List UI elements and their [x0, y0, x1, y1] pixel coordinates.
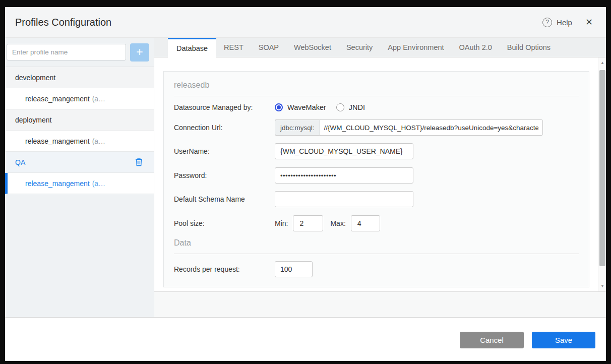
- pool-min-input[interactable]: [293, 215, 323, 231]
- scrollbar-thumb[interactable]: [599, 70, 605, 266]
- tab-soap[interactable]: SOAP: [251, 38, 286, 57]
- profile-item-label: release_mangement: [25, 179, 90, 188]
- help-icon: ?: [542, 18, 552, 27]
- profile-item-qa-release[interactable]: release_mangement (a…: [5, 173, 154, 194]
- pool-min-label: Min:: [275, 219, 288, 227]
- schema-label: Default Schema Name: [174, 195, 275, 203]
- save-button[interactable]: Save: [532, 332, 595, 348]
- tab-oauth[interactable]: OAuth 2.0: [452, 38, 500, 57]
- radio-jndi-label: JNDI: [349, 103, 365, 111]
- main-area: Database REST SOAP WebSocket Security Ap…: [154, 38, 606, 317]
- profile-item-development-release[interactable]: release_mangement (a…: [5, 88, 154, 109]
- username-row: UserName:: [174, 143, 579, 159]
- profile-name-input[interactable]: [7, 44, 126, 60]
- tab-database[interactable]: Database: [168, 38, 216, 57]
- radio-option-jndi[interactable]: JNDI: [336, 103, 365, 111]
- dialog-body: + development release_mangement (a… depl…: [5, 38, 606, 318]
- profile-item-label: release_mangement: [25, 95, 90, 103]
- radio-wavemaker-icon: [275, 103, 283, 111]
- profile-group-label: deployment: [15, 116, 51, 124]
- profiles-configuration-dialog: Profiles Configuration ? Help ✕ +: [5, 7, 606, 361]
- password-input[interactable]: [275, 167, 413, 184]
- profile-group-deployment[interactable]: deployment: [5, 109, 154, 131]
- tab-rest[interactable]: REST: [216, 38, 251, 57]
- tab-websocket[interactable]: WebSocket: [286, 38, 339, 57]
- add-profile-button[interactable]: +: [130, 43, 149, 62]
- profile-item-suffix: (a…: [92, 95, 105, 103]
- schema-row: Default Schema Name: [174, 191, 579, 207]
- password-label: Password:: [174, 171, 275, 179]
- pool-size-row: Pool size: Min: Max:: [174, 215, 579, 231]
- records-row: Records per request:: [174, 261, 579, 277]
- header-actions: ? Help ✕: [542, 18, 593, 27]
- section-divider: [174, 96, 579, 96]
- tab-security[interactable]: Security: [339, 38, 380, 57]
- radio-wavemaker-label: WaveMaker: [287, 103, 326, 111]
- content-scrollbar[interactable]: ▲ ▼: [598, 57, 606, 291]
- profile-group-label: development: [15, 74, 55, 82]
- datasource-label: Datasource Managed by:: [174, 103, 275, 111]
- profile-group-qa[interactable]: QA: [5, 152, 154, 173]
- dialog-title: Profiles Configuration: [15, 17, 542, 28]
- pool-max-input[interactable]: [351, 215, 380, 231]
- database-form-panel: releasedb Datasource Managed by: WaveMak…: [163, 71, 589, 287]
- dialog-header: Profiles Configuration ? Help ✕: [5, 7, 606, 38]
- help-label: Help: [557, 18, 572, 27]
- schema-input[interactable]: [275, 191, 413, 207]
- profile-group-development[interactable]: development: [5, 67, 154, 88]
- delete-profile-icon[interactable]: [135, 158, 143, 166]
- profile-group-label: QA: [15, 158, 25, 166]
- profile-item-suffix: (a…: [92, 137, 105, 145]
- profile-item-deployment-release[interactable]: release_mangement (a…: [5, 131, 154, 152]
- scroll-up-icon[interactable]: ▲: [598, 60, 606, 65]
- profiles-list: development release_mangement (a… deploy…: [5, 67, 154, 194]
- records-input[interactable]: [275, 261, 313, 277]
- config-tabbar: Database REST SOAP WebSocket Security Ap…: [154, 38, 606, 57]
- dialog-footer: Cancel Save: [5, 318, 606, 361]
- profile-item-suffix: (a…: [92, 179, 105, 188]
- datasource-row: Datasource Managed by: WaveMaker JNDI: [174, 103, 579, 111]
- pool-size-label: Pool size:: [174, 219, 275, 227]
- profiles-sidebar: + development release_mangement (a… depl…: [5, 38, 154, 317]
- profile-item-label: release_mangement: [25, 137, 90, 145]
- close-icon[interactable]: ✕: [585, 18, 593, 27]
- section-title-data: Data: [174, 238, 579, 248]
- cancel-button[interactable]: Cancel: [460, 332, 524, 348]
- password-row: Password:: [174, 167, 579, 184]
- connection-url-label: Connection Url:: [174, 124, 275, 132]
- jdbc-prefix-addon: jdbc:mysql:: [275, 119, 320, 136]
- screen-backdrop: Profiles Configuration ? Help ✕ +: [0, 0, 611, 364]
- connection-url-group: jdbc:mysql:: [275, 119, 543, 136]
- radio-option-wavemaker[interactable]: WaveMaker: [275, 103, 326, 111]
- tab-content: releasedb Datasource Managed by: WaveMak…: [154, 57, 606, 291]
- content-bottom-strip: [154, 291, 606, 317]
- connection-url-input[interactable]: [320, 119, 543, 136]
- help-button[interactable]: ? Help: [542, 18, 572, 27]
- connection-url-row: Connection Url: jdbc:mysql:: [174, 119, 579, 136]
- username-label: UserName:: [174, 147, 275, 155]
- profile-create-row: +: [5, 38, 154, 67]
- username-input[interactable]: [275, 143, 413, 159]
- section-divider: [174, 254, 579, 254]
- scroll-down-icon[interactable]: ▼: [598, 284, 606, 288]
- radio-jndi-icon: [336, 103, 344, 111]
- tab-build-options[interactable]: Build Options: [500, 38, 558, 57]
- pool-max-label: Max:: [330, 219, 345, 227]
- records-label: Records per request:: [174, 265, 275, 273]
- section-title-releasedb: releasedb: [174, 81, 579, 90]
- plus-icon: +: [136, 46, 143, 58]
- tab-app-environment[interactable]: App Environment: [380, 38, 451, 57]
